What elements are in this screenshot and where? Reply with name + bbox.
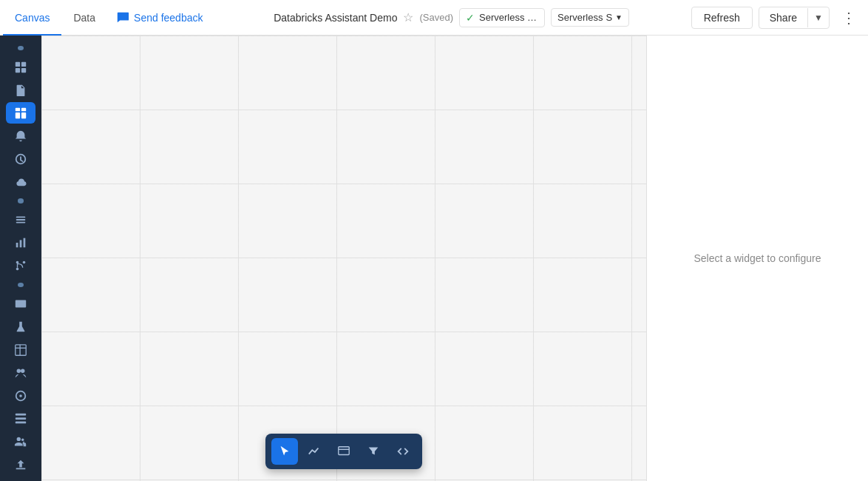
metrics-icon <box>14 412 27 426</box>
sidebar <box>0 36 41 481</box>
share-button-group: Share ▼ <box>759 7 830 29</box>
tv-icon <box>14 297 27 311</box>
toolbar-cursor-button[interactable] <box>271 438 298 465</box>
svg-point-15 <box>23 261 26 264</box>
sidebar-item-tv[interactable] <box>6 293 35 314</box>
sidebar-item-metrics[interactable] <box>6 408 35 429</box>
sidebar-dot-mid2 <box>18 283 24 287</box>
export-icon <box>14 458 27 471</box>
code-icon <box>396 445 410 458</box>
svg-rect-25 <box>16 417 26 420</box>
floating-toolbar <box>265 434 422 469</box>
file-icon <box>14 84 27 97</box>
list-icon <box>14 213 27 226</box>
sidebar-item-history[interactable] <box>6 148 35 169</box>
sidebar-item-partners[interactable] <box>6 362 35 383</box>
svg-rect-1 <box>21 62 26 67</box>
svg-rect-8 <box>16 217 26 218</box>
sidebar-item-notifications[interactable] <box>6 125 35 147</box>
feedback-icon <box>116 11 129 24</box>
svg-rect-10 <box>16 222 26 223</box>
cloud-icon <box>14 175 27 189</box>
sidebar-item-tables[interactable] <box>6 339 35 360</box>
toolbar-code-button[interactable] <box>390 438 416 465</box>
cluster-size-label: S <box>606 12 612 23</box>
svg-rect-5 <box>21 108 26 112</box>
svg-rect-9 <box>16 219 26 221</box>
share-button[interactable]: Share <box>759 7 807 28</box>
topbar-left: Canvas Data Send feedback <box>3 0 211 36</box>
right-panel: Select a widget to configure <box>646 36 868 481</box>
sidebar-item-file[interactable] <box>6 79 35 101</box>
svg-rect-3 <box>21 68 26 73</box>
toolbar-chart-icon <box>308 445 321 458</box>
toolbar-widget-button[interactable] <box>330 438 357 465</box>
toolbar-filter-button[interactable] <box>360 438 387 465</box>
sidebar-item-ai[interactable] <box>6 385 35 406</box>
svg-point-21 <box>17 369 21 372</box>
svg-rect-26 <box>16 421 26 423</box>
table-icon <box>14 343 27 357</box>
svg-rect-11 <box>16 243 18 247</box>
refresh-button[interactable]: Refresh <box>691 7 753 29</box>
sidebar-item-git[interactable] <box>6 255 35 277</box>
tab-canvas[interactable]: Canvas <box>3 0 61 36</box>
svg-rect-0 <box>16 62 20 67</box>
saved-status: (Saved) <box>419 12 453 23</box>
svg-rect-2 <box>16 68 20 73</box>
sidebar-dot-top <box>18 46 24 50</box>
main-layout: Select a widget to configure <box>0 36 868 481</box>
cluster-type-badge[interactable]: Serverless S ▼ <box>551 8 629 27</box>
topbar-right: Refresh Share ▼ ⋮ <box>691 7 862 29</box>
dashboard-icon <box>14 107 27 120</box>
grid-svg <box>41 36 646 481</box>
kebab-menu-button[interactable]: ⋮ <box>835 7 862 28</box>
svg-point-22 <box>21 369 24 372</box>
topbar: Canvas Data Send feedback Databricks Ass… <box>0 0 868 36</box>
canvas-grid[interactable] <box>41 36 646 481</box>
svg-rect-28 <box>339 447 349 455</box>
cluster-type-label: Serverless <box>557 12 603 23</box>
canvas-container: Select a widget to configure <box>41 36 868 481</box>
topbar-center: Databricks Assistant Demo ☆ (Saved) ✓ Se… <box>211 8 691 27</box>
svg-rect-4 <box>16 108 20 112</box>
svg-point-23 <box>19 394 22 397</box>
bell-icon <box>14 130 27 143</box>
grid-lines <box>41 36 646 481</box>
svg-rect-27 <box>41 36 646 481</box>
send-feedback-button[interactable]: Send feedback <box>107 0 211 36</box>
svg-rect-18 <box>16 344 26 354</box>
svg-rect-12 <box>20 240 22 248</box>
svg-rect-13 <box>24 238 26 248</box>
star-icon[interactable]: ☆ <box>403 10 413 24</box>
ai-icon <box>14 389 27 403</box>
cluster-status[interactable]: ✓ Serverless Sta... <box>459 8 545 27</box>
tab-data[interactable]: Data <box>61 0 107 36</box>
sidebar-item-charts[interactable] <box>6 232 35 254</box>
svg-rect-6 <box>16 112 20 118</box>
cluster-name: Serverless Sta... <box>479 12 538 23</box>
right-panel-empty-message: Select a widget to configure <box>694 252 821 264</box>
sidebar-item-users[interactable] <box>6 431 35 452</box>
cursor-icon <box>278 445 291 458</box>
status-dot-icon: ✓ <box>466 12 475 24</box>
sidebar-item-experiments[interactable] <box>6 316 35 337</box>
send-feedback-label: Send feedback <box>134 12 203 24</box>
widget-icon <box>337 445 350 458</box>
home-icon <box>14 61 27 74</box>
partners-icon <box>14 366 27 380</box>
sidebar-item-list[interactable] <box>6 209 35 231</box>
share-dropdown-button[interactable]: ▼ <box>807 8 829 27</box>
toolbar-chart-button[interactable] <box>301 438 328 465</box>
sidebar-dot-mid1 <box>18 198 24 203</box>
sidebar-item-cloud[interactable] <box>6 171 35 192</box>
git-icon <box>14 259 27 272</box>
sidebar-item-export[interactable] <box>6 454 35 475</box>
sidebar-item-home[interactable] <box>6 56 35 78</box>
experiment-icon <box>14 320 27 334</box>
svg-rect-24 <box>16 413 26 415</box>
svg-rect-7 <box>21 112 26 118</box>
sidebar-item-dashboard[interactable] <box>6 102 35 124</box>
cluster-chevron-icon: ▼ <box>615 13 623 21</box>
svg-rect-17 <box>16 300 26 307</box>
